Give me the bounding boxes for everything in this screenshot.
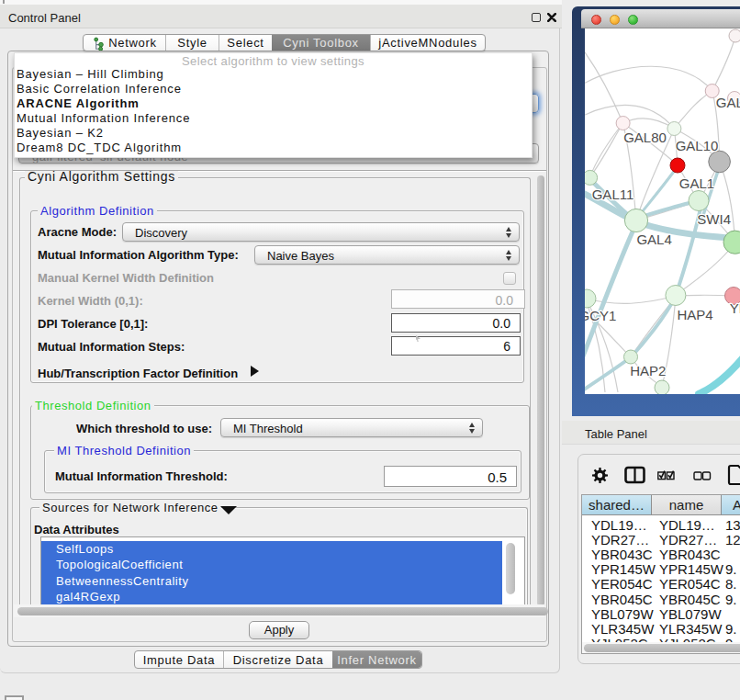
svg-text:SWI4: SWI4 (697, 211, 731, 227)
svg-text:GAL80: GAL80 (623, 130, 667, 145)
svg-text:YM: YM (730, 300, 740, 316)
svg-text:GAL4: GAL4 (636, 231, 671, 247)
svg-text:GAL1: GAL1 (679, 175, 714, 191)
svg-text:HAP2: HAP2 (630, 363, 666, 378)
svg-text:GAL10: GAL10 (676, 138, 719, 153)
svg-text:HAP4: HAP4 (677, 307, 712, 322)
svg-text:GAL11: GAL11 (592, 186, 634, 202)
svg-text:GCY1: GCY1 (585, 308, 616, 323)
svg-text:GAL7: GAL7 (716, 95, 740, 110)
